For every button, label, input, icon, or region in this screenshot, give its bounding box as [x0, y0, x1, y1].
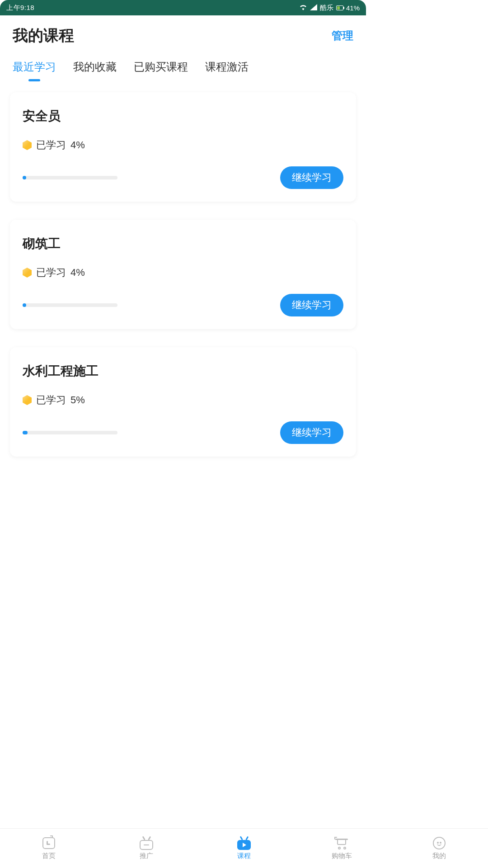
- course-title: 水利工程施工: [23, 363, 343, 380]
- status-right: 酷乐 41%: [299, 4, 360, 12]
- course-card[interactable]: 砌筑工 已学习 4% 继续学习: [10, 220, 356, 329]
- tab-activate[interactable]: 课程激活: [205, 60, 249, 81]
- progress-bar: [23, 176, 117, 179]
- status-carrier: 酷乐: [320, 4, 333, 12]
- course-progress-text: 已学习 4%: [23, 138, 343, 152]
- progress-bar-fill: [23, 176, 26, 179]
- header: 我的课程 管理: [0, 15, 366, 52]
- page-title: 我的课程: [13, 25, 74, 46]
- course-progress-text: 已学习 5%: [23, 393, 343, 407]
- course-title: 砌筑工: [23, 235, 343, 252]
- course-title: 安全员: [23, 108, 343, 125]
- wifi-icon: [299, 4, 307, 12]
- tab-recent[interactable]: 最近学习: [13, 60, 56, 81]
- progress-bar-fill: [23, 431, 28, 434]
- continue-button[interactable]: 继续学习: [280, 294, 343, 316]
- battery-icon: [336, 5, 343, 10]
- status-time: 上午9:18: [6, 4, 34, 12]
- course-list: 安全员 已学习 4% 继续学习 砌筑工 已学习 4% 继续学习 水利工程施工 已…: [0, 86, 366, 605]
- tab-favorites[interactable]: 我的收藏: [73, 60, 117, 81]
- continue-button[interactable]: 继续学习: [280, 421, 343, 444]
- course-card[interactable]: 水利工程施工 已学习 5% 继续学习: [10, 347, 356, 457]
- status-bar: 上午9:18 酷乐 41%: [0, 0, 366, 15]
- manage-button[interactable]: 管理: [332, 28, 353, 43]
- continue-button[interactable]: 继续学习: [280, 166, 343, 189]
- course-progress-text: 已学习 4%: [23, 266, 343, 279]
- tabs: 最近学习 我的收藏 已购买课程 课程激活: [0, 52, 366, 86]
- progress-bar: [23, 431, 117, 434]
- course-card[interactable]: 安全员 已学习 4% 继续学习: [10, 92, 356, 202]
- progress-bar: [23, 303, 117, 307]
- progress-bar-fill: [23, 303, 26, 307]
- tab-purchased[interactable]: 已购买课程: [134, 60, 188, 81]
- status-battery: 41%: [346, 4, 360, 12]
- coin-icon: [23, 395, 32, 405]
- signal-icon: [310, 4, 317, 12]
- coin-icon: [23, 140, 32, 150]
- coin-icon: [23, 268, 32, 278]
